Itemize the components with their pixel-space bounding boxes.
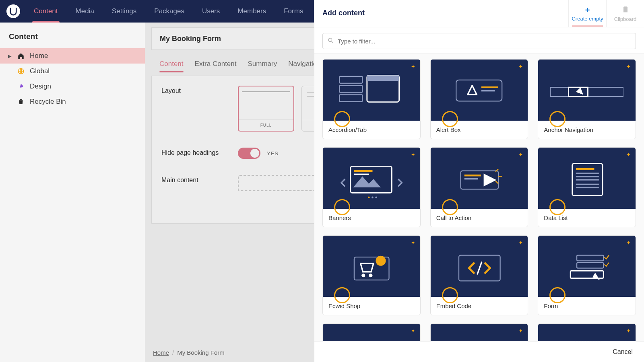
tree-item-global[interactable]: Global xyxy=(0,64,145,79)
tree-item-home[interactable]: ▸ Home xyxy=(0,48,145,64)
form-icon: ✦ xyxy=(538,236,636,297)
tree-item-label: Global xyxy=(30,67,50,75)
nav-users[interactable]: Users xyxy=(195,0,227,23)
content-type-card[interactable]: ✦ xyxy=(322,323,421,341)
tab-content[interactable]: Content xyxy=(159,54,184,74)
hide-headings-label: Hide page headings xyxy=(161,148,222,156)
create-empty-label: Create empty xyxy=(572,16,603,22)
layout-option-caption: FULL xyxy=(239,120,293,131)
svg-point-1 xyxy=(328,38,332,41)
cta-icon: ✦ xyxy=(431,148,528,209)
tab-extra-content[interactable]: Extra Content xyxy=(195,54,237,74)
content-type-card[interactable]: ✦ xyxy=(430,323,528,341)
content-type-card[interactable]: ✦Anchor Navigation xyxy=(538,59,636,139)
clipboard-label: Clipboard xyxy=(614,16,637,22)
tree-item-label: Recycle Bin xyxy=(30,98,66,106)
content-type-card[interactable]: ✦Data List xyxy=(538,147,636,227)
hide-headings-value: YES xyxy=(267,150,279,156)
filter-input[interactable] xyxy=(338,33,631,49)
slideover-title: Add content xyxy=(314,0,568,27)
tree-item-label: Design xyxy=(30,82,51,90)
content-type-card[interactable]: ✦ xyxy=(538,323,636,341)
code-icon: ✦ xyxy=(431,236,528,297)
anchor-icon: ✦ xyxy=(538,60,636,121)
clipboard-icon xyxy=(621,5,630,15)
image-icon: ✦ xyxy=(323,324,420,341)
main-content-label: Main content xyxy=(161,175,222,184)
hide-headings-toggle[interactable] xyxy=(238,148,260,159)
tree-item-design[interactable]: Design xyxy=(0,79,145,94)
sidebar-heading: Content xyxy=(0,28,145,48)
tree-item-recycle-bin[interactable]: Recycle Bin xyxy=(0,94,145,109)
alert-icon: ✦ xyxy=(431,60,528,121)
nav-content[interactable]: Content xyxy=(27,0,65,23)
trash-icon xyxy=(17,98,25,105)
chevron-right-icon: ▸ xyxy=(8,52,12,60)
accordion-icon: ✦ xyxy=(323,60,420,121)
tab-summary[interactable]: Summary xyxy=(248,54,277,74)
clipboard-button[interactable]: Clipboard xyxy=(606,0,644,27)
layout-label: Layout xyxy=(161,86,222,95)
palette-icon xyxy=(17,83,25,90)
link-icon: ✦ xyxy=(538,324,636,341)
globe-icon xyxy=(17,68,25,75)
slideover-header: Add content + Create empty Clipboard xyxy=(314,0,644,27)
nav-members[interactable]: Members xyxy=(230,0,273,23)
filter-box xyxy=(322,33,636,49)
tree-item-label: Home xyxy=(30,52,48,60)
app-logo xyxy=(6,4,20,18)
shop-icon: ✦ xyxy=(323,236,420,297)
nav-media[interactable]: Media xyxy=(68,0,101,23)
datalist-icon: ✦ xyxy=(538,148,636,209)
content-type-card[interactable]: ✦Banners xyxy=(322,147,421,227)
banners-icon: ✦ xyxy=(323,148,420,209)
content-type-card[interactable]: ✦Embed Code xyxy=(430,235,528,315)
plus-icon: + xyxy=(585,6,590,15)
content-type-card[interactable]: ✦Ecwid Shop xyxy=(322,235,421,315)
layout-option-full[interactable]: FULL xyxy=(238,86,294,132)
content-type-card[interactable]: ✦Accordion/Tab xyxy=(322,59,421,139)
home-icon xyxy=(17,52,25,60)
create-empty-button[interactable]: + Create empty xyxy=(568,0,606,27)
cancel-button[interactable]: Cancel xyxy=(613,348,633,356)
breadcrumb-separator: / xyxy=(172,349,174,356)
breadcrumb-home[interactable]: Home xyxy=(153,349,169,356)
nav-packages[interactable]: Packages xyxy=(147,0,192,23)
doc-title: My Booking Form xyxy=(160,35,221,43)
gallery-icon: ✦ xyxy=(431,324,528,341)
content-type-card[interactable]: ✦Alert Box xyxy=(430,59,528,139)
breadcrumb-current: My Booking Form xyxy=(177,349,225,356)
nav-settings[interactable]: Settings xyxy=(105,0,144,23)
content-type-card[interactable]: ✦Call to Action xyxy=(430,147,528,227)
search-icon xyxy=(328,37,334,45)
content-type-card[interactable]: ✦Form xyxy=(538,235,636,315)
content-tree-sidebar: Content ▸ Home Global Design xyxy=(0,23,145,362)
add-content-panel: Add content + Create empty Clipboard ✦Ac… xyxy=(314,0,644,362)
nav-forms[interactable]: Forms xyxy=(277,0,310,23)
